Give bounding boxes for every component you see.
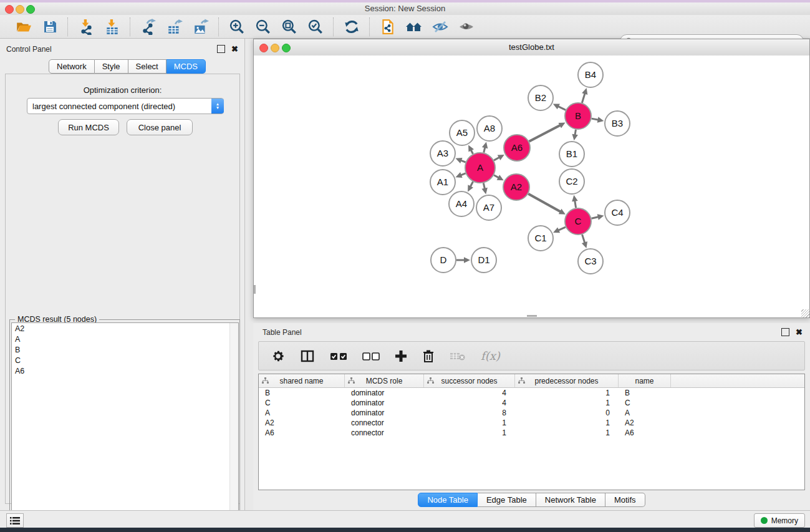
tab-edge-table[interactable]: Edge Table <box>478 493 536 507</box>
network-graph[interactable]: B4B2BB3A5A8A6A3B1AA1C2A2A4A7C4CC1C3DD1 <box>254 56 809 317</box>
table-row[interactable]: A6connector11A6 <box>259 428 804 438</box>
mcds-result-item[interactable]: A <box>12 334 238 344</box>
mcds-result-item[interactable]: B <box>12 344 238 355</box>
delete-table-icon[interactable] <box>450 347 466 365</box>
import-network-icon[interactable] <box>77 18 95 36</box>
mcds-result-item[interactable]: A6 <box>12 365 238 376</box>
table-body: Bdominator41BCdominator41CAdominator80AA… <box>259 388 804 438</box>
tab-network-table[interactable]: Network Table <box>536 493 605 507</box>
optimization-criterion-label: Optimization criterion: <box>6 85 239 95</box>
mcds-result-item[interactable]: C <box>12 355 238 365</box>
tab-mcds[interactable]: MCDS <box>166 59 206 74</box>
desktop-background <box>0 528 810 532</box>
column-header-shared-name[interactable]: shared name <box>259 374 345 387</box>
zoom-in-icon[interactable] <box>228 18 246 36</box>
create-column-plus-icon[interactable] <box>395 347 407 365</box>
table-cell[interactable]: dominator <box>345 409 424 417</box>
table-cell[interactable]: 1 <box>515 428 619 437</box>
table-row[interactable]: Adominator80A <box>259 408 804 418</box>
table-cell[interactable]: 1 <box>424 428 515 437</box>
tab-style[interactable]: Style <box>95 59 128 74</box>
table-cell[interactable]: A6 <box>619 428 671 437</box>
zoom-network-window-button[interactable] <box>282 44 291 52</box>
table-cell[interactable]: B <box>259 389 345 397</box>
table-cell[interactable]: dominator <box>345 389 424 397</box>
resize-grip-icon[interactable] <box>801 309 809 317</box>
float-panel-icon[interactable] <box>217 45 225 53</box>
tab-motifs[interactable]: Motifs <box>605 493 645 507</box>
minimize-window-button[interactable] <box>16 5 24 14</box>
float-table-panel-icon[interactable] <box>781 328 789 336</box>
edge-arrowhead-icon <box>481 188 487 195</box>
export-image-icon[interactable] <box>192 18 210 36</box>
close-table-panel-icon[interactable]: ✖ <box>796 329 803 336</box>
table-cell[interactable]: 4 <box>424 389 515 397</box>
column-header-MCDS-role[interactable]: MCDS role <box>345 374 424 387</box>
graph-edge[interactable] <box>528 194 562 213</box>
table-cell[interactable]: 0 <box>515 409 619 417</box>
tab-network[interactable]: Network <box>49 59 95 74</box>
table-cell[interactable]: A <box>259 409 345 417</box>
zoom-fit-icon[interactable] <box>281 18 298 36</box>
table-cell[interactable]: connector <box>345 428 424 437</box>
task-history-button[interactable] <box>6 513 24 528</box>
column-header-successor-nodes[interactable]: successor nodes <box>424 374 515 387</box>
select-all-columns-icon[interactable] <box>330 347 347 365</box>
open-session-icon[interactable] <box>15 18 32 36</box>
table-cell[interactable]: B <box>619 389 671 397</box>
table-cell[interactable]: 1 <box>515 399 619 407</box>
save-session-icon[interactable] <box>41 18 59 36</box>
column-header-name[interactable]: name <box>619 374 671 387</box>
close-window-button[interactable] <box>5 5 14 14</box>
tab-select[interactable]: Select <box>128 59 166 74</box>
hide-panel-eye-icon[interactable] <box>432 18 449 36</box>
criterion-dropdown[interactable]: largest connected component (directed) ▲… <box>27 98 224 114</box>
table-cell[interactable]: 8 <box>424 409 515 417</box>
export-network-icon[interactable] <box>140 18 157 36</box>
show-panel-eye-icon[interactable] <box>458 18 475 36</box>
table-cell[interactable]: A <box>619 409 671 417</box>
graph-edge[interactable] <box>529 125 562 142</box>
node-table[interactable]: shared nameMCDS rolesuccessor nodesprede… <box>258 374 805 490</box>
table-cell[interactable]: 1 <box>515 389 619 397</box>
table-cell[interactable]: connector <box>345 418 424 427</box>
minimize-network-window-button[interactable] <box>271 44 279 52</box>
table-cell[interactable]: A2 <box>619 418 671 427</box>
close-panel-icon[interactable]: ✖ <box>231 46 238 52</box>
zoom-window-button[interactable] <box>26 5 35 14</box>
mcds-result-item[interactable]: A2 <box>12 323 238 334</box>
table-cell[interactable]: 1 <box>515 418 619 427</box>
table-cell[interactable]: C <box>619 399 671 407</box>
table-settings-gear-icon[interactable] <box>271 347 285 365</box>
mcds-result-list[interactable]: A2ABCA6 <box>11 322 239 532</box>
table-cell[interactable]: 1 <box>424 418 515 427</box>
run-mcds-button[interactable]: Run MCDS <box>58 119 119 135</box>
zoom-selected-icon[interactable] <box>307 18 324 36</box>
network-window-titlebar[interactable]: testGlobe.txt <box>254 39 809 56</box>
home-icon[interactable] <box>405 18 423 36</box>
network-canvas[interactable]: B4B2BB3A5A8A6A3B1AA1C2A2A4A7C4CC1C3DD1 <box>254 56 809 317</box>
column-header-predecessor-nodes[interactable]: predecessor nodes <box>515 374 619 387</box>
export-table-icon[interactable] <box>166 18 183 36</box>
table-cell[interactable]: 4 <box>424 399 515 407</box>
show-columns-icon[interactable] <box>300 347 315 365</box>
memory-button[interactable]: Memory <box>754 513 805 528</box>
delete-column-trash-icon[interactable] <box>422 347 435 365</box>
copy-network-view-icon[interactable] <box>379 18 397 36</box>
tab-node-table[interactable]: Node Table <box>418 493 478 507</box>
scrollbar-track[interactable] <box>229 323 238 531</box>
table-row[interactable]: Cdominator41C <box>259 398 804 408</box>
table-cell[interactable]: A6 <box>259 428 345 437</box>
table-row[interactable]: A2connector11A2 <box>259 418 804 428</box>
refresh-view-icon[interactable] <box>343 18 360 36</box>
import-table-icon[interactable] <box>104 18 121 36</box>
unselect-all-columns-icon[interactable] <box>362 347 380 365</box>
zoom-out-icon[interactable] <box>254 18 272 36</box>
table-row[interactable]: Bdominator41B <box>259 388 804 398</box>
close-network-window-button[interactable] <box>259 44 268 52</box>
table-cell[interactable]: dominator <box>345 399 424 407</box>
table-cell[interactable]: C <box>259 399 345 407</box>
edge-arrowhead-icon <box>572 195 577 202</box>
table-cell[interactable]: A2 <box>259 418 345 427</box>
close-panel-button[interactable]: Close panel <box>127 119 193 135</box>
